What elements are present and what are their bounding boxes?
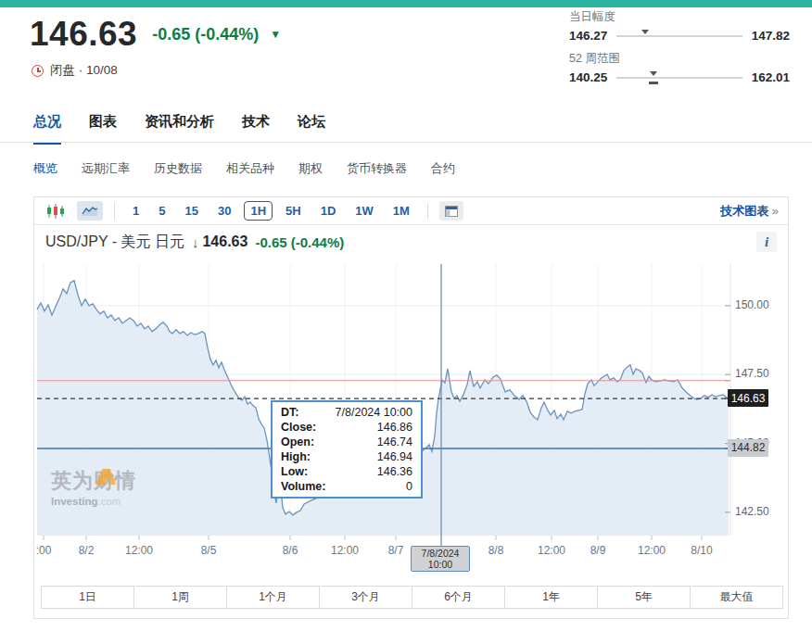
x-axis-label: 8/9 [590,544,606,557]
instrument-price: 146.63 [202,234,247,250]
subtab-历史数据[interactable]: 历史数据 [154,160,202,177]
range-group: 当日幅度146.27147.82 [569,9,790,43]
range-slider[interactable] [616,77,742,79]
range-label: 当日幅度 [569,9,790,25]
main-tabs: 总况图表资讯和分析技术论坛 [33,113,325,145]
tooltip-label: Volume: [281,480,325,493]
toolbar-divider [427,203,428,220]
tab-论坛[interactable]: 论坛 [298,113,325,145]
x-axis-label: 8/2 [79,544,95,557]
subtab-相关品种[interactable]: 相关品种 [226,160,274,177]
x-axis-label: 12:00 [538,544,565,557]
range-button-1个月[interactable]: 1个月 [226,586,320,609]
range-button-3个月[interactable]: 3个月 [319,586,412,609]
tooltip-value: 146.94 [377,450,412,463]
tooltip-label: Low: [281,465,308,478]
range-button-1周[interactable]: 1周 [133,586,227,609]
interval-1W[interactable]: 1W [349,201,380,221]
x-axis-label: 8/10 [691,544,712,557]
interval-5H[interactable]: 5H [279,201,308,221]
subtab-期权[interactable]: 期权 [298,160,323,177]
tab-资讯和分析[interactable]: 资讯和分析 [145,113,214,145]
range-button-最大值[interactable]: 最大值 [690,586,783,609]
interval-1D[interactable]: 1D [314,201,343,221]
tooltip-row: Close:146.86 [273,420,421,435]
clock-icon [32,65,44,77]
area-chart-icon[interactable] [77,201,103,221]
tooltip-row: DT:7/8/2024 10:00 [273,405,421,420]
tab-图表[interactable]: 图表 [89,113,117,145]
range-buttons: 1日1周1个月3个月6个月1年5年最大值 [41,586,783,609]
tooltip-label: DT: [281,406,298,419]
subtab-货币转换器[interactable]: 货币转换器 [347,160,407,177]
technical-chart-link[interactable]: 技术图表 » [720,203,779,220]
watermark-dotcom: .com [97,496,121,507]
tooltip-row: High:146.94 [273,449,421,464]
x-axis-highlight: 7/8/202410:00 [411,546,470,572]
top-accent-bar [0,0,812,7]
chart-tooltip: DT:7/8/2024 10:00Close:146.86Open:146.74… [271,400,423,499]
interval-15[interactable]: 15 [178,201,204,221]
interval-buttons: 1515301H5H1D1W1M [126,201,416,221]
x-axis-label: 8/7 [388,544,404,557]
range-row: 140.25162.01 [569,70,790,84]
tooltip-value: 146.74 [377,436,412,448]
chart-toolbar: 1515301H5H1D1W1M 技术图表 » [34,197,788,225]
price-badge-support: 144.82 [728,439,768,457]
tooltip-row: Low:146.36 [273,464,421,479]
tooltip-value: 0 [406,480,412,493]
x-axis-label: 12:00 [331,544,359,557]
sub-tabs: 概览远期汇率历史数据相关品种期权货币转换器合约 [33,160,455,177]
watermark-cn: 英为财情 [51,467,136,495]
interval-5[interactable]: 5 [152,201,171,221]
watermark-en: Investing [51,496,97,507]
y-axis-label: 147.50 [735,367,769,380]
down-arrow-icon: ↓ [192,234,199,250]
candlestick-chart-icon[interactable] [44,201,68,221]
range-button-6个月[interactable]: 6个月 [412,586,505,609]
chart-body[interactable]: 英为财情 Investing.com 150.00147.50145.00142… [34,259,788,579]
interval-30[interactable]: 30 [211,201,237,221]
y-axis-label: 150.00 [735,298,769,311]
tooltip-value: 7/8/2024 10:00 [336,406,412,419]
range-button-5年[interactable]: 5年 [597,586,691,609]
ranges-panel: 当日幅度146.27147.8252 周范围140.25162.01 [569,9,790,93]
tooltip-label: High: [281,450,311,463]
subtab-远期汇率[interactable]: 远期汇率 [82,160,130,177]
info-icon[interactable]: i [756,232,777,252]
interval-1M[interactable]: 1M [387,201,416,221]
x-axis-label: 8/8 [488,544,504,557]
y-axis-label: 142.50 [735,505,769,518]
x-axis-label: 12:00 [125,544,153,557]
subtab-概览[interactable]: 概览 [33,160,57,177]
range-high: 147.82 [752,29,790,43]
chevron-down-icon[interactable]: ▼ [270,28,281,41]
tab-技术[interactable]: 技术 [242,113,270,145]
price-badge-last-price: 146.63 [728,389,768,407]
investing-watermark: 英为财情 Investing.com [51,467,136,507]
last-price: 146.63 [30,15,137,54]
tab-总况[interactable]: 总况 [33,113,61,145]
range-button-1日[interactable]: 1日 [41,586,134,609]
range-low: 146.27 [569,29,607,43]
range-slider[interactable] [616,35,742,37]
tooltip-row: Volume:0 [273,479,421,494]
market-status: 闭盘 · 10/08 [50,62,118,79]
subtab-合约[interactable]: 合约 [431,160,455,177]
instrument-change: -0.65 (-0.44%) [255,234,344,250]
range-marker-icon [650,71,657,76]
price-header: 146.63 -0.65 (-0.44%) ▼ 闭盘 · 10/08 [30,15,281,79]
tooltip-label: Close: [281,421,316,434]
chart-widget: 1515301H5H1D1W1M 技术图表 » USD/JPY - 美元 日元 … [33,196,789,619]
tabs-divider [0,142,812,143]
range-low: 140.25 [569,70,607,84]
interval-1[interactable]: 1 [126,201,146,221]
range-button-1年[interactable]: 1年 [504,586,598,609]
grid-layout-icon[interactable] [439,201,463,221]
x-axis-label: 8/6 [283,544,298,557]
tooltip-value: 146.36 [377,465,412,478]
double-chevron-icon: » [772,204,779,218]
tooltip-label: Open: [281,436,314,448]
range-high: 162.01 [752,70,790,84]
interval-1H[interactable]: 1H [244,201,273,221]
